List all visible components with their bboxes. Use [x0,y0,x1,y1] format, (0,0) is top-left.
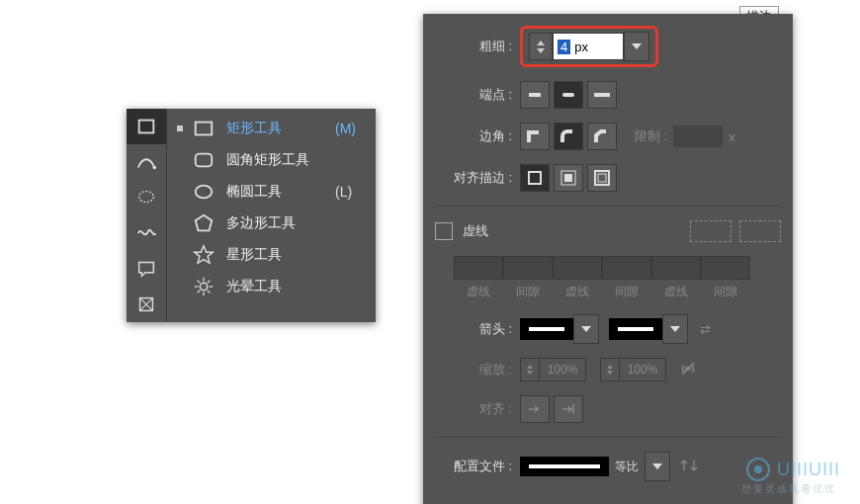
svg-point-2 [139,192,154,203]
dash-input-2[interactable] [553,256,602,280]
flyout-star-tool[interactable]: 星形工具 [167,239,370,271]
weight-input[interactable]: 4 px [553,33,624,60]
scale-start-value: 100% [540,358,586,381]
corner-miter-button[interactable] [520,123,550,150]
tool-speech[interactable] [127,251,166,287]
svg-rect-0 [139,121,154,133]
scale-start[interactable]: 100% [520,358,586,381]
arrow-end-swatch[interactable] [609,318,662,340]
dashed-checkbox[interactable] [435,222,453,240]
weight-spinner[interactable] [529,33,553,60]
cap-round-button[interactable] [554,81,583,109]
dash-preset-1[interactable] [690,220,731,242]
rounded-rectangle-icon [193,149,215,171]
align-center-button[interactable] [520,164,550,192]
dash-input-3[interactable] [651,256,701,280]
row-scale: 缩放 : 100% 100% [435,358,781,381]
ellipse-icon [193,181,215,203]
profile-swatch[interactable] [520,457,609,476]
row-arrowheads: 箭头 : ⇄ [435,314,781,344]
miter-limit-input[interactable] [673,126,723,147]
label-cap: 端点 : [435,86,520,104]
align-outside-button[interactable] [587,164,617,192]
corner-round-button[interactable] [554,123,583,150]
polygon-icon [193,212,215,234]
row-cap: 端点 : [435,81,781,109]
dash-preset-2[interactable] [739,220,781,242]
gap-input-1[interactable] [503,256,553,280]
profile-dropdown[interactable] [645,452,670,481]
label-corner: 边角 : [435,127,520,145]
flyout-label: 椭圆工具 [226,183,317,201]
flip-profile-icon[interactable] [680,457,698,477]
label-limit: 限制 : [635,127,667,145]
link-scale-icon[interactable] [680,361,696,379]
tool-rectangle[interactable] [127,109,166,144]
scale-end[interactable]: 100% [600,358,666,381]
cap-butt-button[interactable] [520,81,550,109]
flyout-label: 矩形工具 [226,120,317,137]
flyout-label: 光晕工具 [226,278,317,295]
flyout-shortcut: (L) [335,184,352,200]
svg-line-26 [682,363,694,375]
label-weight: 粗细 : [435,38,520,55]
cap-square-button[interactable] [587,81,617,109]
stroke-panel: 粗细 : 4 px 端点 : 边角 : 限制 : x 对齐 [423,14,793,504]
flyout-label: 多边形工具 [226,214,317,232]
flyout-polygon-tool[interactable]: 多边形工具 [167,208,370,239]
svg-rect-18 [529,93,541,97]
gap-input-3[interactable] [701,256,750,280]
arrow-start-swatch[interactable] [520,318,573,340]
flyout-rectangle-tool[interactable]: 矩形工具 (M) [167,113,370,144]
rectangle-icon [193,118,215,139]
svg-point-28 [754,465,762,473]
arrow-align-extend-button[interactable] [520,395,550,423]
row-dashed: 虚线 [435,206,781,242]
flyout-ellipse-tool[interactable]: 椭圆工具 (L) [167,176,370,208]
tool-artboard[interactable] [127,287,166,322]
label-dashed: 虚线 [463,222,488,240]
row-arrow-align: 对齐 : [435,395,781,423]
svg-rect-5 [196,154,213,167]
tool-lasso[interactable] [127,180,166,215]
tool-warp[interactable] [127,215,166,251]
gap-input-2[interactable] [602,256,651,280]
arrow-align-end-button[interactable] [554,395,583,423]
svg-rect-19 [562,93,574,97]
tool-curvature[interactable] [127,144,166,180]
selected-dot-icon [177,126,183,131]
weight-dropdown[interactable] [624,32,649,61]
label-scale: 缩放 : [435,361,520,378]
shape-tool-flyout: 矩形工具 (M) 圆角矩形工具 椭圆工具 (L) 多边形工具 [127,109,376,322]
svg-rect-23 [564,174,572,182]
watermark-text: UIIIUIII [777,460,840,480]
profile-value: 等比 [615,459,639,475]
watermark-sub: 想要灵感就看优优 [741,482,836,496]
watermark: UIIIUIII [745,457,840,482]
row-corner: 边角 : 限制 : x [435,123,781,150]
arrow-start-dropdown[interactable] [573,314,599,344]
scale-start-spinner[interactable] [520,358,540,381]
row-weight: 粗细 : 4 px [435,26,781,67]
flyout-rounded-rectangle-tool[interactable]: 圆角矩形工具 [167,144,370,176]
row-align-stroke: 对齐描边 : [435,164,781,192]
svg-rect-25 [595,171,609,185]
weight-highlight: 4 px [520,26,658,67]
arrow-end-dropdown[interactable] [662,314,688,344]
flyout-label: 圆角矩形工具 [226,151,317,169]
label-arrow: 箭头 : [435,320,520,338]
corner-bevel-button[interactable] [587,123,617,150]
swap-arrows-icon[interactable]: ⇄ [700,322,711,337]
dash-input-1[interactable] [454,256,503,280]
svg-point-6 [196,186,213,199]
scale-end-value: 100% [620,358,666,381]
label-profile: 配置文件 : [435,458,520,475]
svg-marker-7 [196,215,213,231]
flyout-flare-tool[interactable]: 光晕工具 [167,271,370,302]
scale-end-spinner[interactable] [600,358,620,381]
align-inside-button[interactable] [554,164,583,192]
svg-rect-24 [598,174,606,182]
label-arrow-align: 对齐 : [435,400,520,418]
svg-rect-4 [196,123,213,135]
tool-strip [127,109,167,322]
